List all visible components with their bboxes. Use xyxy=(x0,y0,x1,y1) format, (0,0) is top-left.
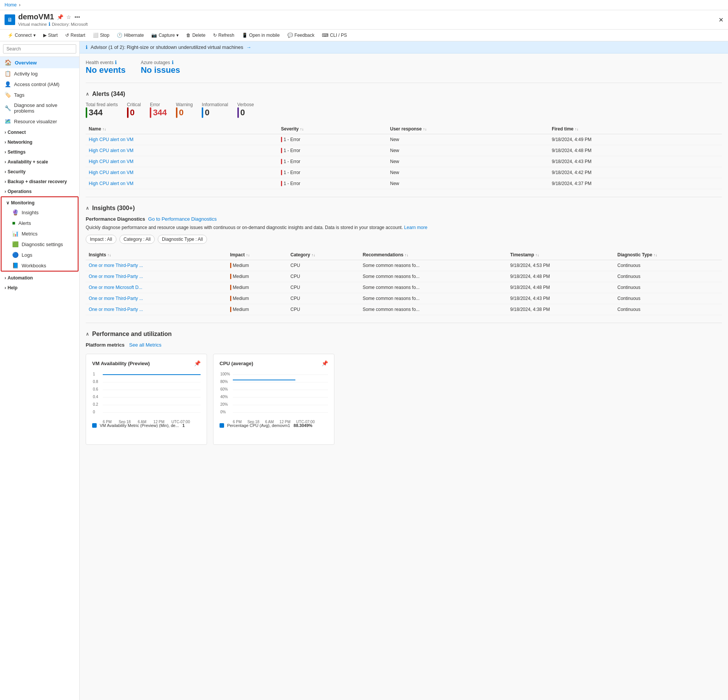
learn-more-link[interactable]: Learn more xyxy=(404,225,427,230)
performance-collapse-icon: ∧ xyxy=(86,331,89,337)
pin-icon[interactable]: 📌 xyxy=(57,14,63,20)
connect-button[interactable]: ⚡ Connect ▾ xyxy=(5,31,39,39)
search-input[interactable] xyxy=(3,44,76,53)
insights-section-header[interactable]: ∧ Insights (300+) xyxy=(86,205,722,212)
col-diag-type[interactable]: Diagnostic Type ↑↓ xyxy=(614,250,722,260)
sidebar-item-activity-log[interactable]: 📋 Activity log xyxy=(0,68,79,79)
capture-button[interactable]: 📷 Capture ▾ xyxy=(148,31,182,39)
severity-text: 1 - Error xyxy=(284,148,300,153)
impact-bar xyxy=(230,263,231,268)
start-button[interactable]: ▶ Start xyxy=(40,31,61,39)
svg-text:0.2: 0.2 xyxy=(93,402,98,407)
sidebar-group-monitoring[interactable]: ∨ Monitoring xyxy=(2,197,78,207)
advisor-link[interactable]: → xyxy=(246,44,251,50)
alert-name-link[interactable]: High CPU alert on VM xyxy=(89,148,133,153)
sidebar-item-insights[interactable]: 🔮 Insights xyxy=(2,207,78,218)
vm-title-bar: 🖥 demoVM1 📌 ☆ ••• Virtual machine ℹ Dire… xyxy=(0,10,728,30)
star-icon[interactable]: ☆ xyxy=(66,14,71,20)
col-fired-time[interactable]: Fired time ↑↓ xyxy=(549,124,722,134)
sidebar-item-tags[interactable]: 🏷️ Tags xyxy=(0,89,79,100)
col-severity[interactable]: Severity ↑↓ xyxy=(278,124,387,134)
metrics-icon: 📊 xyxy=(12,231,19,237)
alert-name-link[interactable]: High CPU alert on VM xyxy=(89,181,133,186)
col-insight[interactable]: Insights ↑↓ xyxy=(86,250,227,260)
stop-icon: ⬜ xyxy=(93,33,99,38)
sidebar-item-diagnose[interactable]: 🔧 Diagnose and solve problems xyxy=(0,100,79,116)
col-user-response[interactable]: User response ↑↓ xyxy=(387,124,549,134)
vm-subtitle: Virtual machine ℹ Directory: Microsoft xyxy=(18,21,88,27)
insight-recommendations: Some common reasons fo... xyxy=(360,304,507,315)
filter-category[interactable]: Category : All xyxy=(119,235,155,244)
sidebar-group-connect[interactable]: › Connect xyxy=(0,127,79,137)
close-button[interactable]: ✕ xyxy=(719,16,723,24)
col-category[interactable]: Category ↑↓ xyxy=(287,250,360,260)
insight-link[interactable]: One or more Microsoft D... xyxy=(89,285,142,290)
cli-ps-button[interactable]: ⌨ CLI / PS xyxy=(319,31,350,39)
stop-button[interactable]: ⬜ Stop xyxy=(90,31,113,39)
sidebar-group-automation[interactable]: › Automation xyxy=(0,272,79,282)
insight-sort: ↑↓ xyxy=(107,253,111,257)
chart-vm-pin-icon[interactable]: 📌 xyxy=(194,360,201,366)
cpu-x-labels: 6 PM Sep 18 6 AM 12 PM UTC-07:00 xyxy=(220,420,328,424)
alert-name-link[interactable]: High CPU alert on VM xyxy=(89,170,133,175)
insight-timestamp: 9/18/2024, 4:38 PM xyxy=(507,304,614,315)
delete-button[interactable]: 🗑 Delete xyxy=(183,31,209,39)
sidebar-group-availability[interactable]: › Availability + scale xyxy=(0,156,79,166)
open-mobile-button[interactable]: 📱 Open in mobile xyxy=(239,31,283,39)
sidebar-item-workbooks[interactable]: 📘 Workbooks xyxy=(2,260,78,271)
settings-chevron: › xyxy=(5,149,6,155)
sidebar-item-access-control[interactable]: 👤 Access control (IAM) xyxy=(0,79,79,89)
col-timestamp[interactable]: Timestamp ↑↓ xyxy=(507,250,614,260)
feedback-icon: 💬 xyxy=(287,33,293,38)
performance-section-header[interactable]: ∧ Performance and utilization xyxy=(86,331,722,337)
verbose-value: 0 xyxy=(237,107,254,118)
alert-name-link[interactable]: High CPU alert on VM xyxy=(89,159,133,164)
sidebar-item-alerts[interactable]: ■ Alerts xyxy=(2,218,78,228)
col-impact[interactable]: Impact ↑↓ xyxy=(227,250,287,260)
sidebar-item-resource-visualizer[interactable]: 🗺️ Resource visualizer xyxy=(0,116,79,127)
alert-name-link[interactable]: High CPU alert on VM xyxy=(89,137,133,142)
insight-link[interactable]: One or more Third-Party ... xyxy=(89,296,143,301)
sidebar-item-logs[interactable]: 🔵 Logs xyxy=(2,250,78,260)
table-row: High CPU alert on VM 1 - Error New 9/18/… xyxy=(86,134,722,145)
insight-link[interactable]: One or more Third-Party ... xyxy=(89,263,143,268)
sidebar-group-settings[interactable]: › Settings xyxy=(0,146,79,156)
table-row: One or more Microsoft D... Medium CPU So… xyxy=(86,282,722,293)
insight-category: CPU xyxy=(287,260,360,271)
refresh-button[interactable]: ↻ Refresh xyxy=(210,31,237,39)
col-name[interactable]: Name ↑↓ xyxy=(86,124,278,134)
sidebar-group-help[interactable]: › Help xyxy=(0,282,79,292)
alerts-section-header[interactable]: ∧ Alerts (344) xyxy=(86,91,722,97)
iam-icon: 👤 xyxy=(5,81,11,87)
sidebar-group-networking[interactable]: › Networking xyxy=(0,137,79,146)
content-area: ℹ Advisor (1 of 2): Right-size or shutdo… xyxy=(80,41,728,700)
filter-impact[interactable]: Impact : All xyxy=(86,235,116,244)
impact-bar xyxy=(230,307,231,312)
restart-button[interactable]: ↺ Restart xyxy=(62,31,88,39)
sidebar-item-overview[interactable]: 🏠 Overview xyxy=(0,57,79,68)
severity-sort-icon: ↑↓ xyxy=(300,127,304,131)
alert-severity: 1 - Error xyxy=(278,167,387,178)
breadcrumb-home[interactable]: Home xyxy=(5,2,17,8)
divider-2 xyxy=(86,197,722,197)
feedback-button[interactable]: 💬 Feedback xyxy=(284,31,318,39)
sidebar-item-metrics[interactable]: 📊 Metrics xyxy=(2,228,78,239)
more-icon[interactable]: ••• xyxy=(74,14,80,20)
critical-bar xyxy=(127,107,129,118)
insight-link[interactable]: One or more Third-Party ... xyxy=(89,307,143,312)
sidebar-group-backup[interactable]: › Backup + disaster recovery xyxy=(0,176,79,186)
advisor-banner: ℹ Advisor (1 of 2): Right-size or shutdo… xyxy=(80,41,728,53)
hibernate-button[interactable]: 🕐 Hibernate xyxy=(114,31,147,39)
perf-diag-link[interactable]: Go to Performance Diagnostics xyxy=(148,216,217,222)
critical-label: Critical xyxy=(127,102,141,107)
sidebar-item-diagnostic-settings[interactable]: 🟩 Diagnostic settings xyxy=(2,239,78,250)
col-recommendations[interactable]: Recommendations ↑↓ xyxy=(360,250,507,260)
filter-diag-type[interactable]: Diagnostic Type : All xyxy=(158,235,207,244)
alerts-icon: ■ xyxy=(12,220,15,226)
chart-cpu-pin-icon[interactable]: 📌 xyxy=(322,360,328,366)
connect-group-chevron: › xyxy=(5,130,6,135)
sidebar-group-security[interactable]: › Security xyxy=(0,166,79,176)
insight-link[interactable]: One or more Third-Party ... xyxy=(89,274,143,279)
sidebar-group-operations[interactable]: › Operations xyxy=(0,186,79,196)
see-all-metrics-link[interactable]: See all Metrics xyxy=(129,342,162,348)
